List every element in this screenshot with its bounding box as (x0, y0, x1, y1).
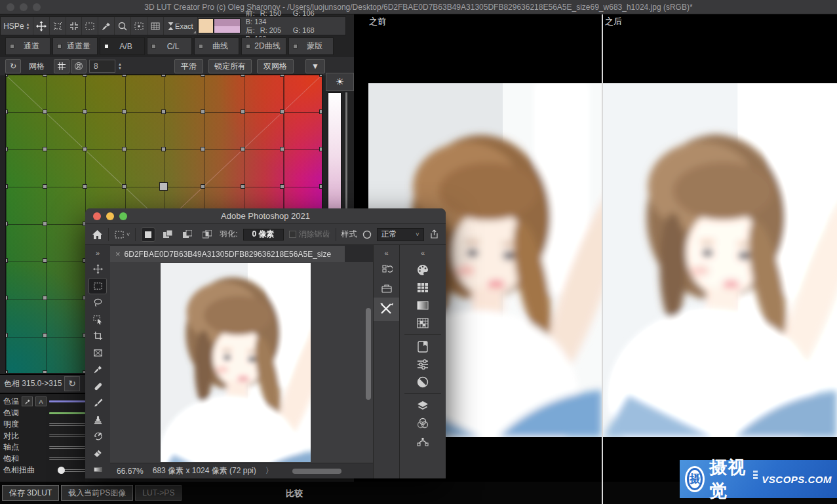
tab-cl[interactable]: C/L (147, 37, 192, 55)
new-selection-mode-button[interactable] (141, 227, 155, 242)
tint-slider[interactable] (49, 412, 85, 414)
style-select[interactable]: 正常 ˅ (377, 228, 424, 241)
grid-node[interactable] (43, 184, 47, 189)
grid-node[interactable] (319, 184, 322, 189)
adjustment-circle-icon[interactable] (413, 373, 433, 391)
subtract-selection-mode-button[interactable] (180, 227, 195, 242)
grid-node[interactable] (43, 296, 47, 300)
tab-ab[interactable]: A/B (100, 37, 145, 55)
tab-curves[interactable]: 曲线 (194, 37, 239, 55)
grid-node[interactable] (241, 184, 245, 189)
crop-tool[interactable] (88, 328, 107, 345)
grid-node[interactable] (122, 184, 127, 189)
libraries-card-icon[interactable] (413, 338, 433, 355)
grid-dropdown-button[interactable]: ▼ (305, 59, 325, 73)
grid-node[interactable] (280, 74, 284, 77)
grid-node[interactable] (5, 333, 8, 338)
marquee-select-button[interactable] (82, 17, 98, 35)
close-tab-icon[interactable]: × (115, 249, 121, 259)
add-selection-mode-button[interactable] (161, 227, 175, 242)
grid-node[interactable] (122, 74, 127, 77)
ps-close-icon[interactable] (93, 212, 101, 220)
brush-tool[interactable] (88, 395, 107, 412)
grid-node[interactable] (241, 147, 245, 151)
exact-mode-button[interactable]: Exact (164, 17, 197, 35)
spot-healing-brush-tool[interactable] (88, 378, 107, 395)
grid-node[interactable] (122, 109, 127, 114)
grid-node[interactable] (43, 74, 47, 77)
grid-node[interactable] (5, 184, 8, 189)
grid-node[interactable] (280, 147, 284, 151)
rectangular-marquee-tool[interactable] (88, 278, 107, 295)
temperature-eyedropper-button[interactable] (22, 397, 33, 406)
save-3dlut-button[interactable]: 保存 3DLUT (2, 485, 59, 501)
ps-minimize-icon[interactable] (106, 212, 114, 220)
smooth-button[interactable]: 平滑 (174, 59, 203, 73)
show-grid-button[interactable] (54, 59, 69, 73)
ps-document-tab[interactable]: × 6D2FBAE0D7B63B49A31305DFB829636218E56A… (110, 246, 345, 262)
frame-tool[interactable] (88, 345, 107, 362)
dock-collapse-chevron[interactable]: « (374, 245, 399, 261)
hue-reset-button[interactable]: ↻ (64, 376, 80, 391)
before-color-swatch[interactable] (198, 18, 214, 33)
grid-node[interactable] (5, 258, 8, 263)
grid-node[interactable] (319, 74, 322, 77)
grid-node[interactable] (241, 109, 245, 114)
temperature-auto-button[interactable]: A (35, 397, 47, 406)
grid-node[interactable] (43, 333, 47, 338)
intersect-selection-mode-button[interactable] (200, 227, 214, 242)
grid-node[interactable] (83, 74, 87, 77)
layers-panel-icon[interactable] (413, 397, 433, 414)
grid-node[interactable] (201, 147, 205, 151)
paths-panel-icon[interactable] (413, 432, 433, 450)
grid-node[interactable] (5, 370, 8, 374)
grid-node[interactable] (43, 222, 47, 226)
load-ps-image-button[interactable]: 载入当前PS图像 (61, 485, 133, 501)
after-color-swatch[interactable] (214, 18, 241, 33)
grid-node[interactable] (319, 109, 322, 114)
grid-node[interactable] (159, 182, 168, 191)
pivot-slider[interactable] (49, 446, 85, 449)
grid-node[interactable] (122, 147, 127, 151)
history-panel-icon[interactable] (377, 261, 397, 279)
adjustments-panel-icon[interactable] (413, 355, 433, 373)
marquee-tool-preset[interactable]: ˅ (114, 229, 130, 240)
eraser-tool[interactable] (88, 445, 107, 462)
contrast-slider[interactable] (49, 435, 85, 437)
lock-all-button[interactable]: 锁定所有 (208, 59, 252, 73)
eyedropper-button[interactable] (98, 17, 115, 35)
sample-region-button[interactable] (131, 17, 147, 35)
grid-node[interactable] (43, 258, 47, 263)
grid-node[interactable] (280, 109, 284, 114)
grid-node[interactable] (161, 147, 166, 151)
grid-node[interactable] (43, 370, 47, 374)
history-brush-tool[interactable] (88, 428, 107, 445)
feather-input[interactable]: 0 像素 (243, 229, 284, 241)
toolbar-expand-chevron[interactable]: » (85, 245, 110, 261)
grid-size-stepper[interactable]: ▲▼ (118, 62, 122, 70)
lasso-tool[interactable] (88, 294, 107, 311)
grid-node[interactable] (83, 109, 87, 114)
hide-grid-button[interactable] (71, 59, 87, 73)
compare-divider[interactable] (602, 14, 603, 504)
luminance-scrollbar[interactable] (345, 92, 347, 209)
close-window-icon[interactable] (7, 3, 14, 11)
ps-vertical-scrollbar[interactable] (366, 308, 371, 400)
luminance-gradient-strip[interactable] (328, 92, 341, 209)
hue-twist-knob[interactable] (58, 467, 65, 474)
lut-to-ps-button[interactable]: LUT->PS (135, 485, 182, 501)
dock-collapse-chevron[interactable]: « (400, 245, 446, 261)
patterns-panel-icon[interactable] (413, 314, 433, 332)
zoom-window-icon[interactable] (33, 3, 41, 11)
grid-node[interactable] (319, 147, 322, 151)
home-icon[interactable] (92, 229, 103, 240)
hue-twist-slider[interactable] (63, 469, 85, 472)
tab-2d-curves[interactable]: 2D曲线 (241, 37, 286, 55)
grid-node[interactable] (201, 109, 205, 114)
grid-node[interactable] (5, 74, 8, 77)
lightness-slider[interactable] (49, 423, 85, 426)
table-view-button[interactable] (147, 17, 164, 35)
grid-node[interactable] (280, 184, 284, 189)
move-tool[interactable] (88, 261, 107, 278)
grid-node[interactable] (161, 109, 166, 114)
